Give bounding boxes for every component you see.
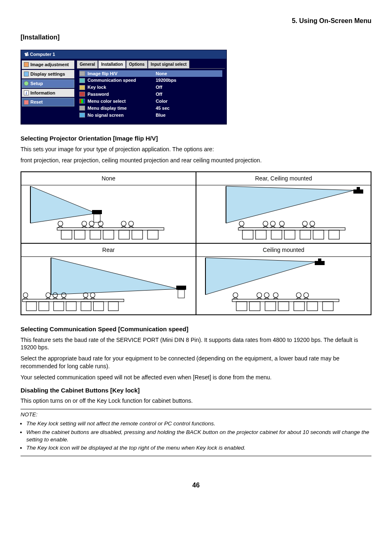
note-item: When the cabinet buttons are disabled, p… [26,429,371,443]
diagram-rear [21,257,196,314]
sidebar-label: Display settings [30,71,65,77]
tab-input-signal[interactable]: Input signal select [148,60,189,68]
note-label: NOTE: [21,411,371,418]
section-title: [Installation] [21,33,371,42]
row-label: Menu display time [88,105,153,111]
info-icon: i [24,90,29,95]
diagram-none [21,185,196,243]
flip-icon [79,71,85,76]
row-label: Image flip H/V [88,71,153,77]
row-value: Off [156,91,162,97]
sidebar-item-display-settings[interactable]: Display settings [22,70,74,78]
row-label: Password [88,91,153,97]
page-header: 5. Using On-Screen Menu [21,16,371,25]
sidebar-label: Image adjustment [30,62,69,68]
commspeed-p1: This feature sets the baud rate of the S… [21,336,371,352]
diagram-caption: None [21,172,196,185]
heading-image-flip: Selecting Projector Orientation [Image f… [21,134,371,143]
row-password[interactable]: Password Off [79,91,222,98]
svg-marker-24 [205,258,316,295]
row-label: No signal screen [88,112,153,118]
diagram-rear-ceiling [196,185,371,243]
keylock-p1: This option turns on or off the Key Lock… [21,397,371,405]
note-separator [21,456,371,456]
tabs: General Installation Options Input signa… [77,60,225,69]
menu-title: Computer 1 [30,52,55,57]
row-menu-color[interactable]: Menu color select Color [79,98,222,105]
note-separator [21,409,371,409]
diagram-cell-rear: Rear [21,243,196,315]
menu-titlebar: 📽 Computer 1 [21,50,226,59]
row-image-flip[interactable]: Image flip H/V None [79,70,222,77]
note-block: NOTE: The Key lock setting will not affe… [21,411,371,452]
diagram-caption: Rear, Ceiling mounted [196,172,371,185]
diagram-caption: Ceiling mounted [196,244,371,257]
row-no-signal[interactable]: No signal screen Blue [79,112,222,119]
row-value: 19200bps [156,77,176,83]
note-item: The Key lock icon will be displayed at t… [26,444,371,452]
row-comm-speed[interactable]: Communication speed 19200bps [79,77,222,84]
sidebar-item-reset[interactable]: Reset [22,98,74,106]
diagram-cell-rear-ceiling: Rear, Ceiling mounted [196,172,371,243]
sidebar-item-image-adjustment[interactable]: Image adjustment [22,60,74,69]
diagram-cell-none: None [21,172,196,243]
imageflip-p1: This sets your image for your type of pr… [21,145,371,153]
svg-marker-22 [51,258,178,295]
sidebar-item-setup[interactable]: Setup [22,79,74,88]
setup-icon [24,81,29,86]
row-value: Blue [156,112,166,118]
diagram-cell-ceiling: Ceiling mounted [196,243,371,315]
row-value: Off [156,84,162,90]
display-icon [24,72,29,76]
row-label: Menu color select [88,98,153,104]
row-menu-time[interactable]: Menu display time 45 sec [79,105,222,112]
menu-screenshot: 📽 Computer 1 Image adjustment Display se… [21,50,227,125]
commspeed-p3: Your selected communication speed will n… [21,374,371,381]
menu-main: General Installation Options Input signa… [75,59,226,124]
password-icon [79,92,85,97]
svg-marker-18 [30,186,96,223]
row-label: Communication speed [88,77,153,83]
tab-general[interactable]: General [77,60,98,68]
lock-icon [79,85,85,90]
settings-list: Image flip H/V None Communication speed … [77,69,225,120]
row-value: Color [156,98,168,104]
color-icon [79,99,85,104]
row-label: Key lock [88,84,153,90]
page-number: 46 [21,481,371,490]
heading-key-lock: Disabling the Cabinet Buttons [Key lock] [21,386,371,395]
heading-comm-speed: Selecting Communication Speed [Communica… [21,325,371,333]
sidebar-label: Setup [30,81,43,87]
sidebar-item-information[interactable]: i Information [22,89,74,97]
sidebar-label: Information [30,90,55,96]
row-value: 45 sec [156,105,170,111]
row-key-lock[interactable]: Key lock Off [79,84,222,91]
speed-icon [79,78,85,83]
diagram-ceiling [196,257,371,314]
menu-sidebar: Image adjustment Display settings Setup … [21,59,75,124]
clock-icon [79,106,85,111]
diagram-grid: None Rear, Ceiling mounted Rear Ceiling … [21,171,371,315]
adjust-icon [24,62,29,67]
row-value: None [156,71,167,77]
note-item: The Key lock setting will not affect the… [26,420,371,427]
projector-icon: 📽 [24,52,29,57]
svg-marker-20 [226,186,354,223]
reset-icon [24,100,29,105]
sidebar-label: Reset [30,99,43,105]
diagram-caption: Rear [21,244,196,257]
tab-installation[interactable]: Installation [98,60,126,68]
imageflip-p2: front projection, rear projection, ceili… [21,157,371,164]
tab-options[interactable]: Options [126,60,148,68]
commspeed-p2: Select the appropriate baud rate for you… [21,355,371,370]
screen-icon [79,113,85,118]
